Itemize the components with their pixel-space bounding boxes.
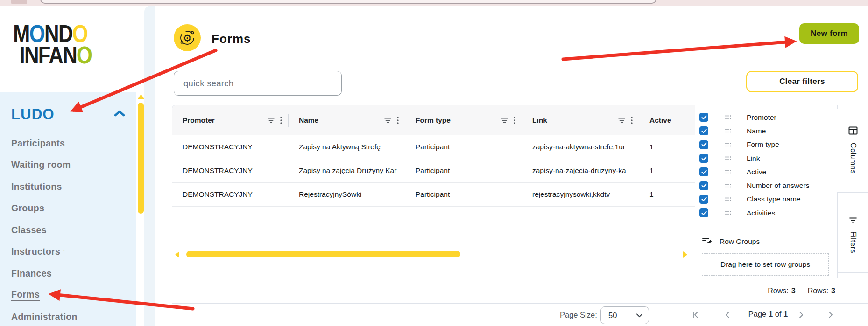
content-gutter: [144, 6, 155, 326]
sidebar-section-title[interactable]: LUDO: [11, 105, 55, 123]
column-toggle-label: Class type name: [747, 195, 800, 203]
column-header-form-type[interactable]: Form type: [405, 105, 522, 135]
page-title: Forms: [212, 32, 251, 46]
clear-filters-button[interactable]: Clear filters: [746, 71, 858, 92]
forms-module-badge: ⚙: [174, 24, 201, 51]
gear-icon: ⚙: [178, 28, 197, 47]
column-toggle-row: Activities: [695, 206, 837, 220]
tab-columns[interactable]: Columns: [837, 109, 868, 192]
previous-page-icon[interactable]: [724, 311, 731, 320]
column-toggle-label: Active: [747, 168, 766, 176]
drag-handle-icon[interactable]: [725, 129, 731, 133]
sidebar-item-waiting-room[interactable]: Waiting room: [11, 154, 132, 176]
table-row[interactable]: DEMONSTRACYJNYZapisy na zajęcia Drużyny …: [172, 159, 695, 183]
sidebar-scrollbar[interactable]: [138, 103, 144, 214]
checkbox-checked[interactable]: [699, 181, 708, 190]
next-page-icon[interactable]: [797, 311, 805, 320]
column-header-label: Link: [532, 116, 613, 125]
column-filter-icon[interactable]: [268, 118, 275, 123]
drag-handle-icon[interactable]: [725, 170, 731, 174]
checkbox-checked[interactable]: [699, 208, 708, 217]
column-toggle-row: Link: [695, 152, 837, 165]
column-header-promoter[interactable]: Promoter: [172, 105, 289, 135]
panel-divider: [695, 228, 837, 228]
columns-icon: [848, 126, 858, 137]
column-menu-icon[interactable]: [631, 117, 633, 124]
checkbox-checked[interactable]: [699, 126, 708, 135]
drag-handle-icon[interactable]: [725, 143, 731, 147]
drag-handle-icon[interactable]: [725, 211, 731, 215]
column-toggle-label: Activities: [747, 209, 775, 217]
drag-handle-icon[interactable]: [725, 184, 731, 188]
logo-letter: A: [49, 42, 63, 69]
row-groups-icon: [702, 236, 712, 247]
drag-handle-icon[interactable]: [725, 197, 731, 201]
sidebar-item-forms[interactable]: Forms: [11, 284, 132, 306]
table-row[interactable]: DEMONSTRACYJNYRejestracyjnySówkiParticip…: [172, 183, 695, 207]
first-page-icon[interactable]: [692, 311, 699, 320]
checkbox-checked[interactable]: [699, 140, 708, 149]
column-toggle-label: Link: [747, 154, 760, 163]
column-toggle-row: Active: [695, 165, 837, 179]
checkbox-checked[interactable]: [699, 167, 708, 176]
horizontal-scrollbar[interactable]: [186, 251, 460, 257]
sidebar-item-participants[interactable]: Participants: [11, 132, 132, 154]
row-count-value: 3: [831, 287, 835, 295]
new-form-button[interactable]: New form: [799, 23, 859, 44]
cell-form_type: Participant: [405, 159, 522, 182]
sidebar-item-institutions[interactable]: Institutions: [11, 176, 132, 198]
browser-address-bar[interactable]: [40, 0, 656, 4]
logo-line-2: INFANO: [19, 43, 92, 67]
drag-handle-icon[interactable]: [725, 156, 731, 160]
column-menu-icon[interactable]: [280, 117, 282, 124]
sidebar-item-label: Forms: [11, 289, 40, 301]
column-checkbox-list: PromoterNameForm typeLinkActiveNumber of…: [695, 111, 837, 220]
chevron-down-icon: [636, 311, 643, 319]
column-toggle-label: Name: [747, 127, 766, 135]
grid-rows: DEMONSTRACYJNYZapisy na Aktywną StrefęPa…: [172, 135, 695, 207]
chevron-up-icon[interactable]: [114, 110, 125, 119]
sidebar-scroll-up-arrow[interactable]: [138, 94, 144, 99]
checkbox-checked[interactable]: [699, 154, 708, 163]
column-toggle-label: Promoter: [747, 113, 776, 122]
row-count-status: Rows:3: [808, 287, 835, 295]
column-menu-icon[interactable]: [397, 117, 399, 124]
sidebar-item-label: Waiting room: [11, 160, 71, 170]
sidebar-item-classes[interactable]: Classes: [11, 219, 132, 241]
sidebar-item-groups[interactable]: Groups: [11, 198, 132, 220]
cell-name: Zapisy na zajęcia Drużyny Kar: [289, 159, 405, 182]
sidebar-section-header[interactable]: LUDO: [11, 105, 125, 123]
column-menu-icon[interactable]: [514, 117, 515, 124]
checkbox-checked[interactable]: [699, 113, 708, 122]
tab-filters-label: Filters: [849, 231, 857, 253]
column-filter-icon[interactable]: [618, 118, 625, 123]
page-indicator: Page 1 of 1: [740, 310, 797, 319]
hscroll-left-arrow[interactable]: [175, 251, 179, 258]
page-size-select[interactable]: 50: [600, 306, 649, 324]
logo-letter: N: [24, 42, 38, 69]
last-page-icon[interactable]: [827, 311, 835, 320]
sidebar-item-administration[interactable]: Administration: [11, 306, 132, 326]
quick-search-input[interactable]: [174, 71, 342, 96]
filters-icon: [849, 217, 857, 225]
tab-columns-label: Columns: [849, 143, 857, 174]
column-header-label: Name: [299, 116, 379, 125]
column-filter-icon[interactable]: [501, 118, 508, 123]
drag-handle-icon[interactable]: [725, 115, 731, 119]
tab-filters[interactable]: Filters: [837, 192, 868, 273]
row-groups-drop-zone[interactable]: Drag here to set row groups: [702, 253, 829, 276]
column-header-name[interactable]: Name: [289, 105, 405, 135]
sidebar-item-finances[interactable]: Finances: [11, 263, 132, 284]
sidebar-item-label: Finances: [11, 268, 52, 279]
table-row[interactable]: DEMONSTRACYJNYZapisy na Aktywną StrefęPa…: [172, 135, 695, 159]
column-toggle-row: Number of answers: [695, 179, 837, 192]
column-toggle-label: Form type: [747, 140, 779, 149]
column-filter-icon[interactable]: [384, 118, 391, 123]
checkbox-checked[interactable]: [699, 195, 708, 204]
column-header-active[interactable]: Active: [639, 105, 695, 135]
sidebar-item-instructors[interactable]: Instructors': [11, 241, 132, 263]
column-header-link[interactable]: Link: [522, 105, 639, 135]
sidebar-item-label: Administration: [11, 312, 78, 322]
grid-header-row: PromoterNameForm typeLinkActive: [172, 105, 695, 135]
hscroll-right-arrow[interactable]: [683, 251, 687, 258]
